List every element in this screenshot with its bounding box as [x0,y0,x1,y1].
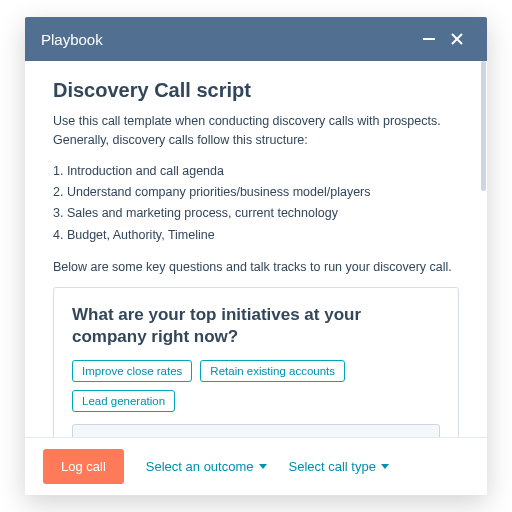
minimize-button[interactable] [415,25,443,53]
list-item: 3. Sales and marketing process, current … [53,203,459,224]
page-title: Discovery Call script [53,79,459,102]
description: Use this call template when conducting d… [53,112,459,151]
select-outcome-dropdown[interactable]: Select an outcome [146,459,267,474]
list-item: 2. Understand company priorities/busines… [53,182,459,203]
select-call-type-label: Select call type [289,459,376,474]
below-text: Below are some key questions and talk tr… [53,258,459,277]
log-call-button[interactable]: Log call [43,449,124,484]
chevron-down-icon [259,464,267,469]
content-scroll[interactable]: Discovery Call script Use this call temp… [25,61,487,437]
chip-retain-accounts[interactable]: Retain existing accounts [200,360,345,382]
content-wrap: Discovery Call script Use this call temp… [25,61,487,437]
select-call-type-dropdown[interactable]: Select call type [289,459,389,474]
scrollbar-thumb[interactable] [481,61,486,191]
scrollbar-track[interactable] [480,61,487,437]
titlebar: Playbook [25,17,487,61]
titlebar-title: Playbook [41,31,103,48]
question-title: What are your top initiatives at your co… [72,304,440,348]
list-item: 1. Introduction and call agenda [53,161,459,182]
chip-row: Improve close rates Retain existing acco… [72,360,440,412]
question-card: What are your top initiatives at your co… [53,287,459,437]
chip-lead-generation[interactable]: Lead generation [72,390,175,412]
close-icon [450,32,464,46]
answer-textarea[interactable] [72,424,440,437]
structure-list: 1. Introduction and call agenda 2. Under… [53,161,459,246]
playbook-panel: Playbook Discovery Call script Use this … [25,17,487,495]
close-button[interactable] [443,25,471,53]
footer: Log call Select an outcome Select call t… [25,437,487,495]
minimize-icon [422,32,436,46]
chip-improve-close-rates[interactable]: Improve close rates [72,360,192,382]
select-outcome-label: Select an outcome [146,459,254,474]
list-item: 4. Budget, Authority, Timeline [53,225,459,246]
chevron-down-icon [381,464,389,469]
